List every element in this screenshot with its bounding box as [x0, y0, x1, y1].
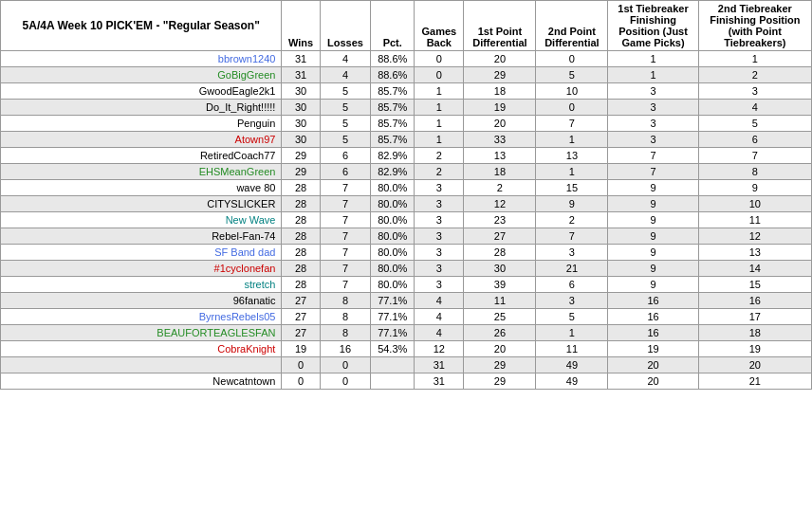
pd1: 39: [464, 277, 536, 293]
pct: 80.0%: [371, 277, 415, 293]
wins: 0: [282, 373, 320, 390]
wins: 31: [282, 67, 320, 83]
table-row: wave 8028780.0%321599: [1, 180, 812, 196]
main-container: 5A/4A Week 10 PICK'EM - "Regular Season"…: [0, 0, 812, 390]
wins: 28: [282, 212, 320, 228]
losses: 0: [320, 357, 371, 373]
table-row: Penguin30585.7%120735: [1, 116, 812, 132]
games-back: 2: [415, 164, 464, 180]
player-name: Penguin: [1, 116, 282, 132]
pd2: 49: [536, 357, 608, 373]
pd1: 19: [464, 100, 536, 116]
pd1: 18: [464, 83, 536, 100]
pos1: 9: [608, 245, 698, 261]
losses: 7: [320, 180, 371, 196]
games-back: 1: [415, 132, 464, 148]
pos1: 16: [608, 325, 698, 341]
pd2: 21: [536, 261, 608, 277]
pct: [371, 373, 415, 390]
player-name: stretch: [1, 277, 282, 293]
games-back: 1: [415, 116, 464, 132]
player-name: SF Band dad: [1, 245, 282, 261]
pd1: 29: [464, 357, 536, 373]
wins: 19: [282, 341, 320, 357]
table-title: 5A/4A Week 10 PICK'EM - "Regular Season": [1, 1, 282, 51]
games-back: 0: [415, 51, 464, 67]
wins: 30: [282, 100, 320, 116]
losses: 5: [320, 116, 371, 132]
player-name: CITYSLICKER: [1, 196, 282, 212]
table-row: Rebel-Fan-7428780.0%3277912: [1, 228, 812, 245]
pos1: 19: [608, 341, 698, 357]
games-back: 3: [415, 180, 464, 196]
pd2: 5: [536, 67, 608, 83]
wins: 27: [282, 309, 320, 325]
games-back: 4: [415, 309, 464, 325]
losses: 5: [320, 100, 371, 116]
pd1: 18: [464, 164, 536, 180]
table-row: CITYSLICKER28780.0%3129910: [1, 196, 812, 212]
player-name: #1cyclonefan: [1, 261, 282, 277]
wins: 28: [282, 196, 320, 212]
wins: 30: [282, 83, 320, 100]
player-name: GoBigGreen: [1, 67, 282, 83]
losses: 7: [320, 196, 371, 212]
pct: 77.1%: [371, 325, 415, 341]
pct: 80.0%: [371, 245, 415, 261]
table-row: GoBigGreen31488.6%029512: [1, 67, 812, 83]
table-row: bbrown124031488.6%020011: [1, 51, 812, 67]
pos1: 9: [608, 228, 698, 245]
player-name: EHSMeanGreen: [1, 164, 282, 180]
col-pd2: 2nd PointDifferential: [536, 1, 608, 51]
losses: 16: [320, 341, 371, 357]
pd2: 1: [536, 325, 608, 341]
table-row: 96fanatic27877.1%41131616: [1, 293, 812, 309]
table-row: Newcatntown003129492021: [1, 373, 812, 390]
losses: 7: [320, 277, 371, 293]
player-name: wave 80: [1, 180, 282, 196]
pos2: 17: [698, 309, 811, 325]
table-row: #1cyclonefan28780.0%33021914: [1, 261, 812, 277]
pct: 85.7%: [371, 116, 415, 132]
pos1: 3: [608, 100, 698, 116]
pd1: 33: [464, 132, 536, 148]
pos1: 16: [608, 309, 698, 325]
pos2: 7: [698, 148, 811, 164]
col-gb: GamesBack: [415, 1, 464, 51]
player-name: Atown97: [1, 132, 282, 148]
losses: 7: [320, 261, 371, 277]
pos1: 9: [608, 180, 698, 196]
wins: 28: [282, 261, 320, 277]
player-name: [1, 357, 282, 373]
pd2: 6: [536, 277, 608, 293]
pos1: 7: [608, 148, 698, 164]
player-name: Newcatntown: [1, 373, 282, 390]
wins: 28: [282, 180, 320, 196]
games-back: 0: [415, 67, 464, 83]
games-back: 3: [415, 245, 464, 261]
table-row: 003129492020: [1, 357, 812, 373]
pd2: 3: [536, 245, 608, 261]
pd1: 29: [464, 373, 536, 390]
pct: 80.0%: [371, 180, 415, 196]
pos1: 9: [608, 277, 698, 293]
player-name: GwoodEagle2k1: [1, 83, 282, 100]
games-back: 4: [415, 293, 464, 309]
wins: 31: [282, 51, 320, 67]
pct: 85.7%: [371, 100, 415, 116]
pct: 77.1%: [371, 309, 415, 325]
games-back: 3: [415, 228, 464, 245]
pct: 54.3%: [371, 341, 415, 357]
pd2: 1: [536, 132, 608, 148]
player-name: BEAUFORTEAGLESFAN: [1, 325, 282, 341]
losses: 8: [320, 293, 371, 309]
player-name: ByrnesRebels05: [1, 309, 282, 325]
pct: 88.6%: [371, 51, 415, 67]
pos1: 9: [608, 196, 698, 212]
pos1: 3: [608, 83, 698, 100]
pos2: 4: [698, 100, 811, 116]
losses: 5: [320, 83, 371, 100]
games-back: 4: [415, 325, 464, 341]
pos2: 11: [698, 212, 811, 228]
pos1: 7: [608, 164, 698, 180]
